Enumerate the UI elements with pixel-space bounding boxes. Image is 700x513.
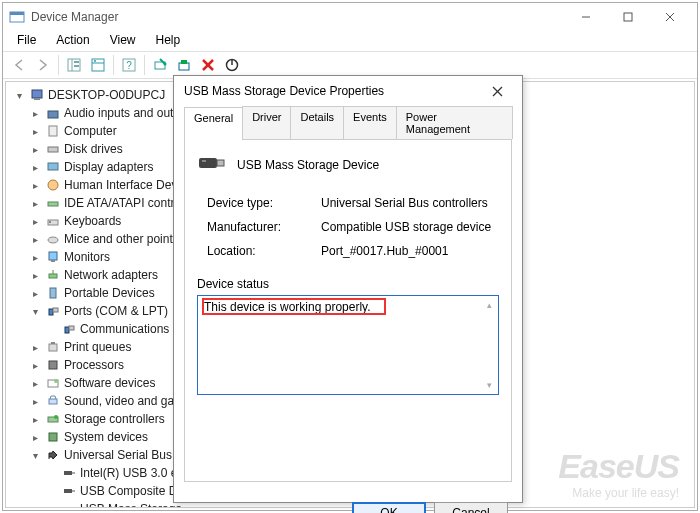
tab-driver[interactable]: Driver	[242, 106, 291, 139]
svg-rect-26	[48, 147, 58, 152]
svg-text:?: ?	[126, 60, 132, 71]
category-icon	[45, 195, 61, 211]
back-button[interactable]	[7, 54, 31, 76]
usb-device-icon	[197, 152, 227, 177]
category-icon	[45, 411, 61, 427]
device-icon	[61, 501, 77, 508]
svg-rect-43	[51, 342, 55, 344]
category-icon	[45, 339, 61, 355]
svg-rect-63	[202, 160, 206, 162]
forward-button[interactable]	[31, 54, 55, 76]
minimize-button[interactable]	[565, 3, 607, 31]
svg-point-49	[54, 415, 58, 419]
svg-rect-42	[49, 344, 57, 351]
category-icon	[45, 303, 61, 319]
svg-rect-22	[32, 90, 42, 98]
device-status-text: This device is working properly.	[204, 300, 371, 314]
category-icon	[45, 267, 61, 283]
tab-details[interactable]: Details	[290, 106, 344, 139]
category-icon	[45, 375, 61, 391]
close-button[interactable]	[649, 3, 691, 31]
help-button[interactable]: ?	[117, 54, 141, 76]
svg-rect-39	[53, 308, 58, 312]
menu-file[interactable]: File	[7, 31, 46, 51]
category-icon	[45, 285, 61, 301]
svg-rect-8	[74, 61, 79, 63]
device-status-label: Device status	[197, 277, 499, 291]
svg-rect-24	[48, 111, 58, 118]
svg-rect-52	[72, 472, 75, 474]
svg-rect-35	[49, 274, 57, 278]
svg-rect-62	[217, 160, 224, 166]
svg-rect-18	[181, 60, 187, 64]
svg-rect-61	[199, 158, 217, 168]
svg-rect-1	[10, 12, 24, 15]
category-icon	[45, 231, 61, 247]
svg-rect-55	[64, 507, 72, 508]
device-icon	[61, 465, 77, 481]
manufacturer-value: Compatible USB storage device	[321, 215, 499, 239]
svg-rect-47	[49, 399, 57, 404]
category-icon	[45, 429, 61, 445]
device-icon	[61, 321, 77, 337]
ok-button[interactable]: OK	[352, 502, 426, 513]
svg-rect-17	[179, 63, 189, 70]
menu-help[interactable]: Help	[146, 31, 191, 51]
dialog-titlebar[interactable]: USB Mass Storage Device Properties	[174, 76, 522, 106]
status-scrollbar[interactable]: ▴ ▾	[482, 298, 496, 392]
category-icon	[45, 249, 61, 265]
svg-rect-53	[64, 489, 72, 493]
location-label: Location:	[207, 239, 307, 263]
properties-button[interactable]	[86, 54, 110, 76]
svg-rect-50	[49, 433, 57, 441]
dialog-close-button[interactable]	[482, 76, 512, 106]
category-icon	[45, 357, 61, 373]
properties-dialog: USB Mass Storage Device Properties Gener…	[173, 75, 523, 503]
device-icon	[61, 483, 77, 499]
category-icon	[45, 105, 61, 121]
tab-general[interactable]: General	[184, 107, 243, 140]
svg-rect-54	[72, 490, 75, 492]
category-icon	[45, 177, 61, 193]
app-icon	[9, 9, 25, 25]
tab-panel-general: USB Mass Storage Device Device type: Uni…	[184, 140, 512, 482]
category-icon	[45, 123, 61, 139]
category-icon	[45, 213, 61, 229]
svg-rect-29	[48, 202, 58, 206]
svg-rect-34	[51, 260, 55, 262]
window-title: Device Manager	[31, 10, 118, 24]
svg-rect-9	[74, 65, 79, 67]
disable-button[interactable]	[220, 54, 244, 76]
location-value: Port_#0017.Hub_#0001	[321, 239, 499, 263]
svg-rect-33	[49, 252, 57, 260]
dialog-title: USB Mass Storage Device Properties	[184, 84, 482, 98]
show-hide-tree-button[interactable]	[62, 54, 86, 76]
menu-action[interactable]: Action	[46, 31, 99, 51]
svg-rect-23	[34, 98, 40, 100]
svg-rect-40	[65, 327, 69, 333]
maximize-button[interactable]	[607, 3, 649, 31]
tab-power[interactable]: Power Management	[396, 106, 513, 139]
window-titlebar: Device Manager	[3, 3, 697, 31]
cancel-button[interactable]: Cancel	[434, 502, 508, 513]
update-driver-button[interactable]	[172, 54, 196, 76]
device-status-box[interactable]: This device is working properly. ▴ ▾	[197, 295, 499, 395]
menu-bar: File Action View Help	[3, 31, 697, 51]
tab-events[interactable]: Events	[343, 106, 397, 139]
device-name: USB Mass Storage Device	[237, 158, 379, 172]
tab-strip: General Driver Details Events Power Mana…	[184, 106, 512, 140]
device-type-value: Universal Serial Bus controllers	[321, 191, 499, 215]
svg-point-16	[164, 63, 167, 66]
menu-view[interactable]: View	[100, 31, 146, 51]
category-icon	[45, 447, 61, 463]
manufacturer-label: Manufacturer:	[207, 215, 307, 239]
svg-point-46	[54, 379, 58, 383]
category-icon	[45, 159, 61, 175]
svg-point-32	[48, 237, 58, 243]
computer-icon	[29, 87, 45, 103]
svg-rect-25	[49, 126, 57, 136]
scan-hardware-button[interactable]	[148, 54, 172, 76]
device-type-label: Device type:	[207, 191, 307, 215]
uninstall-button[interactable]	[196, 54, 220, 76]
svg-rect-38	[49, 309, 53, 315]
